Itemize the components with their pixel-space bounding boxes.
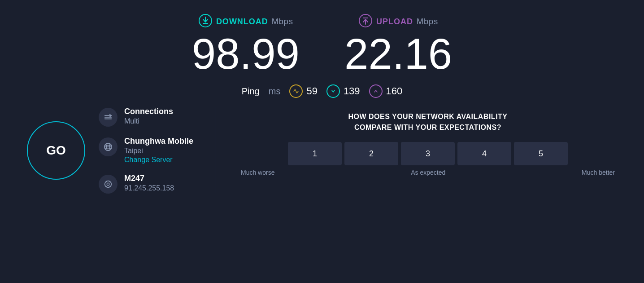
rating-section: 1 2 3 4 5 Much worse As expected Much be… <box>239 142 617 176</box>
connections-title: Connections <box>124 107 173 116</box>
jitter-value: 59 <box>306 85 317 97</box>
go-button[interactable]: GO <box>27 121 85 180</box>
server-ip: 91.245.255.158 <box>124 184 174 192</box>
ping-upload-icon <box>369 84 383 98</box>
ping-section: Ping ms 59 139 160 <box>242 84 403 98</box>
left-panel: GO Connections Multi <box>27 107 193 194</box>
connections-icon <box>99 108 117 127</box>
upload-text: UPLOAD <box>376 17 413 27</box>
divider <box>216 107 216 194</box>
ping-download-icon <box>326 84 340 98</box>
survey-panel: HOW DOES YOUR NETWORK AVAILABILITYCOMPAR… <box>239 107 617 176</box>
server-text: M247 91.245.255.158 <box>124 174 174 192</box>
survey-title: HOW DOES YOUR NETWORK AVAILABILITYCOMPAR… <box>348 111 507 133</box>
upload-block: UPLOAD Mbps 22.16 <box>344 13 452 75</box>
isp-icon <box>99 137 117 156</box>
jitter-icon <box>289 84 303 98</box>
isp-row: Chunghwa Mobile Taipei Change Server <box>99 137 193 164</box>
isp-text: Chunghwa Mobile Taipei Change Server <box>124 137 193 164</box>
download-icon <box>198 13 213 30</box>
rating-label-left: Much worse <box>241 169 274 176</box>
isp-location: Taipei <box>124 147 193 155</box>
rating-label-mid: As expected <box>411 169 445 176</box>
svg-point-12 <box>105 181 112 188</box>
download-text: DOWNLOAD <box>216 17 268 27</box>
download-value: 98.99 <box>192 32 300 75</box>
server-row: M247 91.245.255.158 <box>99 174 193 194</box>
ping-jitter: 59 <box>289 84 317 98</box>
bottom-section: GO Connections Multi <box>0 98 644 203</box>
ping-upload-value: 160 <box>386 85 403 97</box>
rating-btn-3[interactable]: 3 <box>401 142 455 165</box>
download-unit: Mbps <box>272 17 293 27</box>
change-server-link[interactable]: Change Server <box>124 156 193 164</box>
ping-upload: 160 <box>369 84 403 98</box>
upload-unit: Mbps <box>417 17 438 27</box>
rating-btn-2[interactable]: 2 <box>344 142 398 165</box>
ping-download: 139 <box>326 84 360 98</box>
rating-buttons: 1 2 3 4 5 <box>288 142 568 165</box>
speed-section: DOWNLOAD Mbps 98.99 UPLOAD Mbps 22.16 <box>0 0 644 75</box>
download-label: DOWNLOAD Mbps <box>198 13 293 30</box>
connections-value: Multi <box>124 117 173 125</box>
rating-labels: Much worse As expected Much better <box>239 169 617 176</box>
svg-point-13 <box>107 183 109 186</box>
server-icon <box>99 175 117 194</box>
connections-row: Connections Multi <box>99 107 193 127</box>
upload-label: UPLOAD Mbps <box>358 13 438 30</box>
server-title: M247 <box>124 174 174 183</box>
upload-icon <box>358 13 373 30</box>
upload-value: 22.16 <box>344 32 452 75</box>
go-label: GO <box>46 143 66 158</box>
ping-label: Ping <box>242 86 260 97</box>
rating-btn-1[interactable]: 1 <box>288 142 342 165</box>
isp-title: Chunghwa Mobile <box>124 137 193 146</box>
connections-text: Connections Multi <box>124 107 173 125</box>
download-block: DOWNLOAD Mbps 98.99 <box>192 13 300 75</box>
ping-unit: ms <box>269 86 281 97</box>
rating-label-right: Much better <box>582 169 615 176</box>
server-info: Connections Multi Chunghwa Mobile <box>99 107 193 194</box>
rating-btn-5[interactable]: 5 <box>514 142 568 165</box>
rating-btn-4[interactable]: 4 <box>457 142 511 165</box>
ping-download-value: 139 <box>344 85 360 97</box>
